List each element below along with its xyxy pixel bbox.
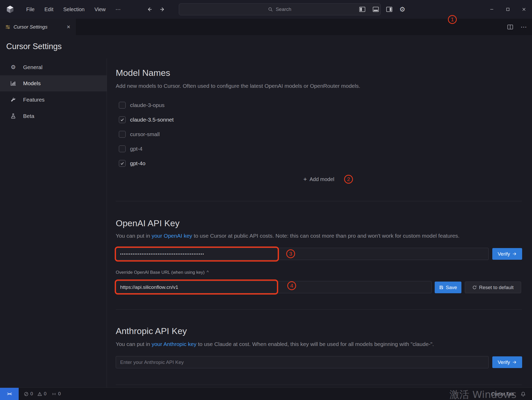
checkbox-claude-3.5-sonnet[interactable] [119,116,126,123]
sidebar-item-models[interactable]: Models [0,75,107,91]
model-label: claude-3-opus [130,102,165,108]
section-divider [116,309,522,310]
anthropic-description: You can put in your Anthropic key to use… [116,341,434,348]
search-input[interactable]: Search [179,3,381,15]
menu-edit[interactable]: Edit [39,4,58,15]
settings-sliders-icon [5,24,10,30]
tab-cursor-settings[interactable]: Cursor Settings ✕ [0,19,76,35]
sidebar-item-label: Features [23,97,45,103]
cursor-logo-icon [6,5,15,14]
save-icon [439,285,444,290]
model-row[interactable]: cursor-small [119,130,160,138]
settings-sidebar: ⚙ General Models Features [0,58,107,388]
menu-more-icon[interactable]: ⋯ [111,4,126,15]
sidebar-item-label: General [23,64,43,70]
checkbox-gpt-4[interactable] [119,145,126,152]
beaker-icon [10,113,16,119]
arrow-right-icon [512,360,517,364]
tab-label: Cursor Settings [13,24,63,30]
anthropic-api-key-input[interactable] [116,356,489,368]
model-label: cursor-small [130,131,160,137]
editor-actions-more-icon[interactable]: ⋯ [521,23,527,31]
openai-base-url-input[interactable] [116,281,432,293]
model-row[interactable]: gpt-4o [119,159,146,167]
model-label: gpt-4 [130,146,142,152]
close-button[interactable] [516,0,532,19]
model-row[interactable]: claude-3.5-sonnet [119,116,174,124]
sidebar-item-general[interactable]: ⚙ General [0,59,107,75]
collapse-chevron-icon: ^ [207,270,209,275]
windows-activation-watermark: 激活 Windows [449,388,516,400]
reset-to-default-button[interactable]: Reset to default [465,282,521,293]
menu-bar: File Edit Selection View ⋯ [21,4,126,15]
settings-gear-button[interactable]: ⚙ [399,6,405,13]
openai-api-key-input[interactable] [116,248,489,260]
section-divider [116,385,522,385]
remote-indicator[interactable]: >< [0,388,19,400]
gear-icon: ⚙ [10,64,16,70]
maximize-button[interactable] [500,0,516,19]
nav-back-button[interactable] [146,6,153,12]
arrow-right-icon [512,252,517,256]
tab-bar: Cursor Settings ✕ ⋯ [0,19,532,35]
minimize-button[interactable] [484,0,500,19]
section-divider [116,201,522,201]
anthropic-api-key-heading: Anthropic API Key [116,325,187,337]
menu-file[interactable]: File [21,4,39,15]
settings-main-panel: Model Names Add new models to Cursor. Of… [107,58,532,388]
openai-key-link[interactable]: your OpenAI key [152,233,192,239]
app-window: File Edit Selection View ⋯ Searc [0,0,532,400]
add-model-button[interactable]: + Add model [303,176,335,182]
sidebar-item-label: Beta [23,113,34,119]
plus-icon: + [303,177,307,182]
search-placeholder: Search [276,6,291,12]
model-names-description: Add new models to Cursor. Often used to … [116,82,360,90]
error-icon [24,392,29,396]
model-label: gpt-4o [130,160,146,166]
toggle-panel-button[interactable] [372,6,379,13]
notifications-bell-icon[interactable] [521,391,526,397]
checkbox-cursor-small[interactable] [119,131,126,138]
model-label: claude-3.5-sonnet [130,117,174,123]
openai-description: You can put in your OpenAI key to use Cu… [116,232,460,239]
openai-verify-button[interactable]: Verify [492,248,522,260]
page-title: Cursor Settings [6,42,62,51]
split-editor-button[interactable] [507,24,513,30]
anthropic-key-link[interactable]: your Anthropic key [152,341,196,347]
sidebar-item-label: Models [23,80,41,86]
page-header: Cursor Settings [0,35,532,58]
problems-indicator[interactable]: 0 0 [24,391,46,397]
checkbox-gpt-4o[interactable] [119,160,126,167]
anthropic-verify-button[interactable]: Verify [492,356,522,368]
toggle-primary-sidebar-button[interactable] [359,6,366,13]
toggle-secondary-sidebar-button[interactable] [386,6,393,13]
model-names-heading: Model Names [116,67,170,78]
search-icon [268,7,273,12]
openai-api-key-heading: OpenAI API Key [116,217,180,229]
model-row[interactable]: gpt-4 [119,145,142,153]
tab-close-icon[interactable]: ✕ [65,24,72,30]
override-base-url-label[interactable]: Override OpenAI Base URL (when using key… [116,270,209,275]
nav-forward-button[interactable] [159,6,166,12]
menu-selection[interactable]: Selection [58,4,90,15]
broadcast-icon [52,392,56,396]
tools-icon [10,97,16,103]
menu-view[interactable]: View [90,4,111,15]
titlebar: File Edit Selection View ⋯ Searc [0,0,532,19]
reset-icon [472,285,477,290]
broadcast-indicator[interactable]: 0 [52,391,61,397]
bar-chart-icon [10,80,16,86]
warning-icon [37,392,42,396]
checkbox-claude-3-opus[interactable] [119,102,126,109]
model-row[interactable]: claude-3-opus [119,101,165,109]
sidebar-item-features[interactable]: Features [0,92,107,108]
save-button[interactable]: Save [435,282,461,293]
sidebar-item-beta[interactable]: Beta [0,108,107,124]
